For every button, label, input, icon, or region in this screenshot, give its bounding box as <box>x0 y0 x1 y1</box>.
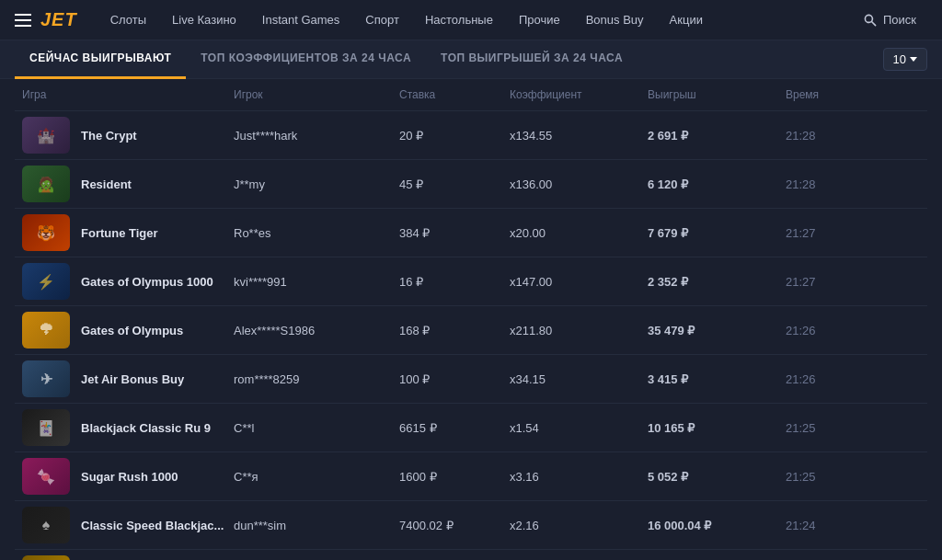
win-value: 10 165 ₽ <box>648 421 786 435</box>
header: JET Слоты Live Казино Instant Games Спор… <box>0 0 942 40</box>
game-thumbnail: 🏰 <box>22 117 70 154</box>
nav-promo[interactable]: Акции <box>659 6 714 34</box>
tab-top-coeffs[interactable]: ТОП КОЭФФИЦИЕНТОВ ЗА 24 ЧАСА <box>186 40 426 79</box>
logo: JET <box>15 9 77 30</box>
nav-instant[interactable]: Instant Games <box>251 6 351 34</box>
bet-value: 45 ₽ <box>399 177 510 191</box>
player-name: J**my <box>234 177 399 191</box>
game-cell: 🌩 Gates of Olympus <box>22 312 234 349</box>
game-cell: 🐯 Fortune Tiger <box>22 214 234 251</box>
game-thumb-icon: 🐯 <box>37 224 55 242</box>
game-cell: ♠ Classic Speed Blackjac... <box>22 507 234 543</box>
time-value: 21:28 <box>786 129 878 143</box>
player-name: Ro**es <box>234 226 399 240</box>
table-row[interactable]: 🍬 Sugar Rush 1000 C**я 1600 ₽ x3.16 5 05… <box>15 452 927 501</box>
game-thumb-icon: 🃏 <box>37 419 55 437</box>
table-row[interactable]: 𓂀 Ancient Egypt Classic dem****747 100 ₽… <box>15 550 927 560</box>
player-name: Alex*****S1986 <box>234 324 399 337</box>
player-name: Just****hark <box>234 129 399 143</box>
search-button[interactable]: Поиск <box>852 6 927 35</box>
tab-current-wins[interactable]: СЕЙЧАС ВЫИГРЫВАЮТ <box>15 40 186 79</box>
table-row[interactable]: 🐯 Fortune Tiger Ro**es 384 ₽ x20.00 7 67… <box>15 209 927 257</box>
table-body: 🏰 The Crypt Just****hark 20 ₽ x134.55 2 … <box>15 111 927 560</box>
search-icon <box>863 13 878 28</box>
game-cell: 🍬 Sugar Rush 1000 <box>22 458 234 495</box>
coeff-value: x2.16 <box>510 519 648 532</box>
time-value: 21:27 <box>786 226 878 240</box>
per-page-value: 10 <box>893 52 906 66</box>
game-thumbnail: ✈ <box>22 360 70 397</box>
time-value: 21:27 <box>786 275 878 289</box>
game-name: Gates of Olympus 1000 <box>81 275 213 289</box>
col-game: Игра <box>22 88 234 101</box>
bet-value: 7400.02 ₽ <box>399 519 510 532</box>
hamburger-menu[interactable] <box>15 14 31 27</box>
game-thumb-icon: 🧟 <box>37 176 55 193</box>
table-row[interactable]: 🃏 Blackjack Classic Ru 9 C**l 6615 ₽ x1.… <box>15 404 927 452</box>
nav-slots[interactable]: Слоты <box>99 6 157 34</box>
time-value: 21:25 <box>786 421 878 435</box>
bet-value: 384 ₽ <box>399 226 510 240</box>
win-value: 3 415 ₽ <box>648 372 786 386</box>
player-name: C**я <box>234 470 399 484</box>
game-thumb-icon: ♠ <box>42 517 51 533</box>
wins-table: Игра Игрок Ставка Коэффициент Выигрыш Вр… <box>0 79 942 560</box>
time-value: 21:26 <box>786 324 878 337</box>
coeff-value: x34.15 <box>510 372 648 386</box>
coeff-value: x134.55 <box>510 129 648 143</box>
coeff-value: x3.16 <box>510 470 648 484</box>
player-name: dun***sim <box>234 519 399 532</box>
game-cell: 🏰 The Crypt <box>22 117 234 154</box>
main-nav: Слоты Live Казино Instant Games Спорт На… <box>99 6 927 35</box>
game-name: Blackjack Classic Ru 9 <box>81 421 211 435</box>
chevron-down-icon <box>910 57 917 62</box>
bet-value: 20 ₽ <box>399 129 510 143</box>
nav-table[interactable]: Настольные <box>414 6 504 34</box>
win-value: 5 052 ₽ <box>648 470 786 484</box>
game-thumbnail: 🧟 <box>22 166 70 202</box>
game-thumbnail: 🃏 <box>22 409 70 446</box>
game-cell: ⚡ Gates of Olympus 1000 <box>22 263 234 300</box>
game-thumb-icon: 🌩 <box>39 322 53 338</box>
time-value: 21:26 <box>786 372 878 386</box>
coeff-value: x20.00 <box>510 226 648 240</box>
game-thumbnail: ♠ <box>22 507 70 543</box>
win-value: 16 000.04 ₽ <box>648 519 786 532</box>
time-value: 21:28 <box>786 177 878 191</box>
game-name: The Crypt <box>81 129 137 143</box>
nav-live[interactable]: Live Казино <box>161 6 247 34</box>
win-value: 2 691 ₽ <box>648 129 786 143</box>
game-cell: ✈ Jet Air Bonus Buy <box>22 360 234 397</box>
table-row[interactable]: ⚡ Gates of Olympus 1000 kvi****991 16 ₽ … <box>15 257 927 306</box>
search-label: Поиск <box>883 13 916 27</box>
game-name: Resident <box>81 177 132 191</box>
table-row[interactable]: 🌩 Gates of Olympus Alex*****S1986 168 ₽ … <box>15 306 927 355</box>
tabs-bar: СЕЙЧАС ВЫИГРЫВАЮТ ТОП КОЭФФИЦИЕНТОВ ЗА 2… <box>0 40 942 79</box>
game-thumb-icon: 🍬 <box>37 468 55 486</box>
coeff-value: x136.00 <box>510 177 648 191</box>
nav-sport[interactable]: Спорт <box>354 6 410 34</box>
game-name: Gates of Olympus <box>81 324 183 337</box>
bet-value: 16 ₽ <box>399 275 510 289</box>
tab-top-wins[interactable]: ТОП ВЫИГРЫШЕЙ ЗА 24 ЧАСА <box>426 40 638 79</box>
per-page-selector[interactable]: 10 <box>883 48 927 71</box>
player-name: C**l <box>234 421 399 435</box>
col-coeff: Коэффициент <box>510 88 648 101</box>
table-row[interactable]: ♠ Classic Speed Blackjac... dun***sim 74… <box>15 501 927 550</box>
table-row[interactable]: ✈ Jet Air Bonus Buy rom****8259 100 ₽ x3… <box>15 355 927 404</box>
time-value: 21:24 <box>786 519 878 532</box>
col-time: Время <box>786 88 878 101</box>
win-value: 6 120 ₽ <box>648 177 786 191</box>
game-thumbnail: 𓂀 <box>22 555 70 560</box>
game-name: Jet Air Bonus Buy <box>81 372 184 386</box>
nav-bonus[interactable]: Bonus Buy <box>575 6 655 34</box>
coeff-value: x211.80 <box>510 324 648 337</box>
player-name: kvi****991 <box>234 275 399 289</box>
bet-value: 168 ₽ <box>399 324 510 337</box>
table-header: Игра Игрок Ставка Коэффициент Выигрыш Вр… <box>15 79 927 111</box>
col-player: Игрок <box>234 88 399 101</box>
table-row[interactable]: 🧟 Resident J**my 45 ₽ x136.00 6 120 ₽ 21… <box>15 160 927 209</box>
nav-other[interactable]: Прочие <box>508 6 571 34</box>
table-row[interactable]: 🏰 The Crypt Just****hark 20 ₽ x134.55 2 … <box>15 111 927 160</box>
game-name: Classic Speed Blackjac... <box>81 519 224 532</box>
